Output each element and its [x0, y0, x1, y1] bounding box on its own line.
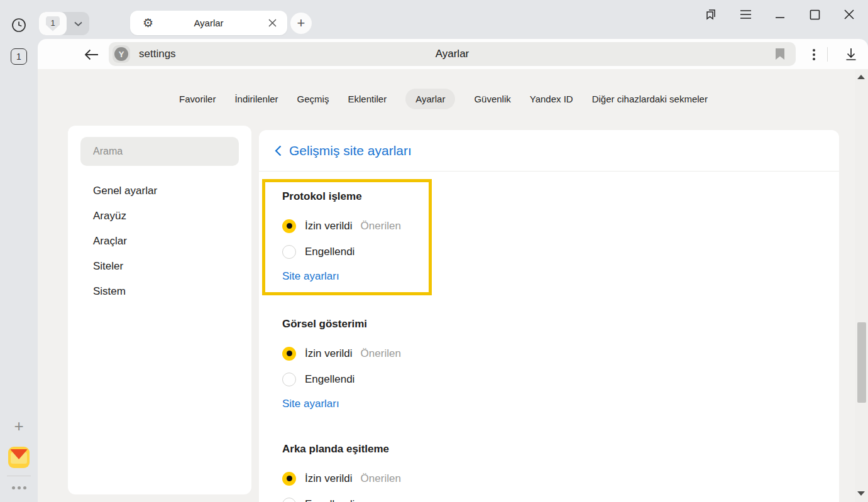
settings-nav-tabs: Favoriler İndirilenler Geçmiş Eklentiler…: [38, 87, 849, 111]
radio-option-blocked[interactable]: Engellendi: [282, 366, 839, 392]
recommended-badge: Önerilen: [361, 220, 401, 232]
history-icon[interactable]: [0, 16, 38, 34]
scrollbar-up-arrow[interactable]: [857, 75, 865, 81]
site-settings-link[interactable]: Site ayarları: [282, 398, 339, 410]
tab-count-button[interactable]: 1: [0, 48, 38, 65]
chevron-left-icon: [275, 145, 282, 156]
chevron-down-icon: [74, 21, 82, 26]
bookmark-flag-icon[interactable]: [776, 48, 784, 60]
back-to-sites-link[interactable]: Gelişmiş site ayarları: [259, 130, 839, 172]
download-icon[interactable]: [843, 46, 859, 63]
sidebar-item-sistem[interactable]: Sistem: [68, 279, 251, 304]
sidebar-item-siteler[interactable]: Siteler: [68, 254, 251, 279]
rail-more-button[interactable]: [0, 481, 38, 494]
scrollbar-thumb[interactable]: [857, 322, 866, 403]
radio-option-allowed[interactable]: İzin verildi Önerilen: [282, 466, 839, 491]
section-title: Protokol işleme: [282, 190, 429, 203]
settings-sidebar-list: Genel ayarlar Arayüz Araçlar Siteler Sis…: [68, 178, 251, 304]
site-settings-link[interactable]: Site ayarları: [282, 270, 339, 283]
tab-title: Ayarlar: [130, 18, 287, 28]
tab-group-count-badge: 1: [46, 16, 60, 31]
radio-option-allowed[interactable]: İzin verildi Önerilen: [282, 341, 839, 366]
section-title: Görsel gösterimi: [282, 318, 839, 330]
settings-sidebar: Genel ayarlar Arayüz Araçlar Siteler Sis…: [68, 126, 251, 494]
sidebar-item-araclar[interactable]: Araçlar: [68, 229, 251, 254]
scrollbar-down-arrow[interactable]: [857, 491, 865, 498]
nav-tab-diger-cihazlar[interactable]: Diğer cihazlardaki sekmeler: [592, 94, 708, 104]
tab-group-dropdown[interactable]: [67, 12, 89, 35]
toolbar-separator: [827, 47, 828, 62]
nav-tab-yandex-id[interactable]: Yandex ID: [530, 94, 573, 104]
recommended-badge: Önerilen: [361, 347, 401, 360]
radio-option-allowed[interactable]: İzin verildi Önerilen: [282, 213, 429, 239]
maximize-button[interactable]: [806, 6, 823, 23]
nav-tab-favoriler[interactable]: Favoriler: [179, 94, 216, 104]
browser-tab-ayarlar[interactable]: ⚙ Ayarlar: [130, 11, 287, 35]
settings-search[interactable]: [80, 137, 239, 166]
nav-tab-eklentiler[interactable]: Eklentiler: [348, 94, 387, 104]
tab-count-value: 1: [11, 48, 27, 65]
radio-selected-icon[interactable]: [282, 472, 296, 486]
tab-strip: 1 ⚙ Ayarlar +: [38, 0, 868, 36]
section-gorsel-gosterimi: Görsel gösterimi İzin verildi Önerilen E…: [282, 318, 839, 410]
settings-main-panel: Gelişmiş site ayarları Protokol işleme İ…: [259, 130, 839, 502]
radio-unselected-icon[interactable]: [282, 498, 296, 502]
sidebar-item-arayuz[interactable]: Arayüz: [68, 204, 251, 229]
settings-page: Favoriler İndirilenler Geçmiş Eklentiler…: [38, 69, 868, 502]
section-title: Arka planda eşitleme: [282, 443, 839, 456]
radio-unselected-icon[interactable]: [282, 373, 296, 386]
rail-add-button[interactable]: +: [0, 417, 38, 435]
sidebar-item-genel-ayarlar[interactable]: Genel ayarlar: [68, 178, 251, 204]
radio-selected-icon[interactable]: [282, 219, 296, 233]
toolbar-more-icon[interactable]: [807, 46, 821, 63]
back-button[interactable]: [84, 46, 100, 63]
radio-option-blocked[interactable]: Engellendi: [282, 239, 429, 265]
radio-option-blocked[interactable]: Engellendi: [282, 491, 839, 502]
nav-tab-ayarlar[interactable]: Ayarlar: [405, 89, 455, 109]
radio-unselected-icon[interactable]: [282, 245, 296, 259]
nav-tab-guvenlik[interactable]: Güvenlik: [474, 94, 510, 104]
tab-group-control[interactable]: 1: [39, 12, 89, 35]
tab-close-icon[interactable]: [266, 17, 278, 30]
search-input[interactable]: [80, 146, 239, 157]
nav-tab-indirilenler[interactable]: İndirilenler: [234, 94, 278, 104]
browser-toolbar: Y settings Ayarlar: [38, 39, 868, 69]
page-scrollbar[interactable]: [855, 69, 868, 502]
section-protokol-isleme: Protokol işleme İzin verildi Önerilen En…: [282, 190, 429, 283]
section-arka-planda-esitleme: Arka planda eşitleme İzin verildi Öneril…: [282, 443, 839, 502]
address-page-title: Ayarlar: [109, 48, 796, 60]
left-rail: 1 +: [0, 0, 38, 502]
radio-selected-icon[interactable]: [282, 347, 296, 361]
tutorial-highlight-box: Protokol işleme İzin verildi Önerilen En…: [262, 179, 432, 295]
address-bar[interactable]: Y settings Ayarlar: [109, 42, 796, 66]
yandex-mail-icon[interactable]: [0, 446, 38, 469]
recommended-badge: Önerilen: [361, 472, 401, 485]
rail-divider: [7, 476, 31, 476]
minimize-button[interactable]: [772, 6, 788, 23]
close-window-button[interactable]: [841, 6, 857, 23]
menu-icon[interactable]: [737, 6, 754, 23]
new-tab-button[interactable]: +: [290, 13, 312, 34]
bookmarks-panel-icon[interactable]: [703, 6, 719, 23]
page-title: Gelişmiş site ayarları: [289, 143, 412, 158]
nav-tab-gecmis[interactable]: Geçmiş: [297, 94, 329, 104]
